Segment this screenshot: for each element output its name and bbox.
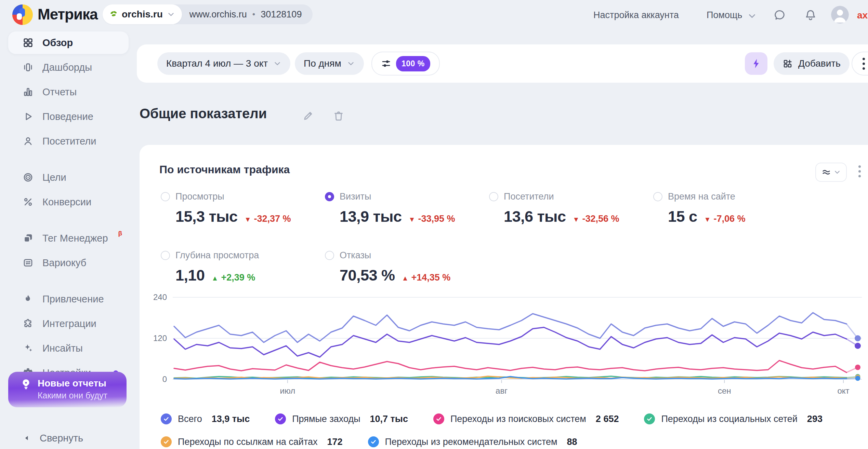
metric-radio-row[interactable]: Просмотры xyxy=(161,191,325,202)
page-title: Общие показатели xyxy=(140,106,267,121)
sidebar-item-tag-manager[interactable]: Тег Менеджерβ xyxy=(8,227,129,249)
metric-radio-row[interactable]: Отказы xyxy=(325,249,489,261)
beta-badge: β xyxy=(118,230,122,237)
username[interactable]: ax xyxy=(857,10,868,21)
sidebar-item-label: Поведение xyxy=(42,111,93,122)
sidebar-item-label: Конверсии xyxy=(42,196,91,208)
sidebar-item-label: Привлечение xyxy=(42,294,104,305)
legend-label: Переходы из рекомендательных систем xyxy=(385,437,557,447)
site-url-and-id: www.orchis.ru • 30128109 xyxy=(172,4,313,24)
user-avatar[interactable] xyxy=(831,6,849,24)
wave-lines-icon xyxy=(821,167,831,177)
legend-item[interactable]: Всего13,9 тыс xyxy=(161,413,250,424)
granularity-selector[interactable]: По дням xyxy=(295,52,364,75)
add-widget-button[interactable]: Добавить xyxy=(774,52,850,75)
legend-label: Переходы из поисковых систем xyxy=(450,414,586,424)
chat-icon[interactable] xyxy=(774,9,786,21)
legend-item[interactable]: Переходы из социальных сетей293 xyxy=(644,413,822,424)
sampling-settings-button[interactable]: 100 % xyxy=(371,52,440,76)
chevron-down-icon xyxy=(347,59,355,68)
toolbar-menu-button[interactable] xyxy=(852,52,868,76)
metric-value: 13,9 тыс xyxy=(340,208,402,226)
sidebar-item-variocube[interactable]: Вариокуб xyxy=(8,251,129,274)
metric-value: 13,6 тыс xyxy=(504,208,566,226)
traffic-line-chart[interactable] xyxy=(173,295,862,383)
legend-value: 10,7 тыс xyxy=(370,414,408,424)
sidebar-item-label: Вариокуб xyxy=(42,257,86,269)
bell-icon[interactable] xyxy=(804,9,817,21)
metric-value: 15 с xyxy=(668,208,697,226)
metric-radio[interactable] xyxy=(325,251,334,260)
sidebar-item-reports[interactable]: Отчеты xyxy=(8,81,129,103)
legend-value: 293 xyxy=(807,414,823,424)
sidebar-item-goals[interactable]: Цели xyxy=(8,166,129,189)
kebab-icon xyxy=(858,165,861,177)
collapse-label: Свернуть xyxy=(40,433,83,444)
play-icon xyxy=(23,111,34,122)
metric-value: 15,3 тыс xyxy=(175,208,238,226)
legend-checkbox[interactable] xyxy=(275,413,286,424)
tag-icon xyxy=(23,233,34,244)
metric-radio-row[interactable]: Посетители xyxy=(489,191,653,202)
sidebar-item-insights[interactable]: Инсайты xyxy=(8,337,129,359)
metrica-logo-icon[interactable] xyxy=(12,4,34,26)
help-link[interactable]: Помощь xyxy=(707,10,742,21)
legend-checkbox[interactable] xyxy=(644,413,655,424)
new-reports-promo[interactable]: Новые отчеты Какими они будут xyxy=(8,372,127,407)
metric-value: 1,10 xyxy=(175,267,205,284)
legend-item[interactable]: Переходы по ссылкам на сайтах172 xyxy=(161,436,343,447)
metric-radio[interactable] xyxy=(653,192,662,201)
chart-smoothing-control[interactable] xyxy=(815,163,847,182)
site-selector: orchis.ru www.orchis.ru • 30128109 xyxy=(103,4,313,24)
puzzle-icon xyxy=(23,318,34,329)
sidebar-collapse-button[interactable]: Свернуть xyxy=(8,431,83,445)
legend-value: 2 652 xyxy=(596,414,619,424)
legend-checkbox[interactable] xyxy=(368,436,379,447)
legend-item[interactable]: Прямые заходы10,7 тыс xyxy=(275,413,408,424)
help-chevron-down-icon[interactable] xyxy=(748,12,757,21)
separator-dot: • xyxy=(252,10,255,19)
widget-menu-button[interactable] xyxy=(858,165,861,177)
sidebar-item-dashboards[interactable]: Дашборды xyxy=(8,56,129,79)
cards-icon xyxy=(23,257,34,268)
legend-label: Переходы из социальных сетей xyxy=(661,414,797,424)
site-dropdown[interactable]: orchis.ru xyxy=(103,4,182,24)
metric-radio[interactable] xyxy=(325,192,334,201)
metric-radio-row[interactable]: Глубина просмотра xyxy=(161,249,325,261)
metric-radio[interactable] xyxy=(161,192,170,201)
legend-item[interactable]: Переходы из поисковых систем2 652 xyxy=(433,413,619,424)
metric-value: 70,53 % xyxy=(340,267,395,284)
metric-delta: ▼-32,56 % xyxy=(573,214,619,224)
sidebar-item-visitors[interactable]: Посетители xyxy=(8,130,129,152)
legend-checkbox[interactable] xyxy=(161,413,172,424)
y-axis-tick-label: 0 xyxy=(140,374,167,385)
quick-actions-button[interactable] xyxy=(745,52,767,75)
sidebar-item-integrations[interactable]: Интеграции xyxy=(8,312,129,335)
legend-checkbox[interactable] xyxy=(433,413,444,424)
legend-value: 172 xyxy=(327,437,343,447)
sidebar-item-conversions[interactable]: Конверсии xyxy=(8,191,129,213)
account-settings-link[interactable]: Настройка аккаунта xyxy=(593,10,679,21)
x-axis-tick-label: авг xyxy=(496,386,508,396)
grid-plus-icon xyxy=(782,58,793,69)
metric-radio[interactable] xyxy=(161,251,170,260)
sidebar-item-acquisition[interactable]: Привлечение xyxy=(8,288,129,310)
metric-radio-row[interactable]: Время на сайте xyxy=(653,191,817,202)
period-selector[interactable]: Квартал 4 июл — 3 окт xyxy=(157,52,290,75)
metric-radio-row[interactable]: Визиты xyxy=(325,191,489,202)
sidebar-item-overview[interactable]: Обзор xyxy=(8,31,129,54)
legend-label: Всего xyxy=(178,414,202,424)
traffic-sources-widget: По источникам трафика Просмотры15,3 тыс▼… xyxy=(140,145,868,449)
legend-item[interactable]: Переходы из рекомендательных систем88 xyxy=(368,436,577,447)
y-axis-tick-label: 240 xyxy=(140,292,167,303)
legend-value: 88 xyxy=(567,437,577,447)
triangle-down-icon: ▼ xyxy=(245,216,251,223)
sidebar-item-behavior[interactable]: Поведение xyxy=(8,105,129,128)
edit-title-pencil-icon[interactable] xyxy=(302,109,315,122)
columns-icon xyxy=(23,62,34,73)
sampling-badge: 100 % xyxy=(396,56,430,71)
metric-radio[interactable] xyxy=(489,192,498,201)
delete-title-trash-icon[interactable] xyxy=(332,109,345,122)
legend-checkbox[interactable] xyxy=(161,436,172,447)
metric-pageviews: Просмотры15,3 тыс▼-32,37 % xyxy=(161,191,325,249)
